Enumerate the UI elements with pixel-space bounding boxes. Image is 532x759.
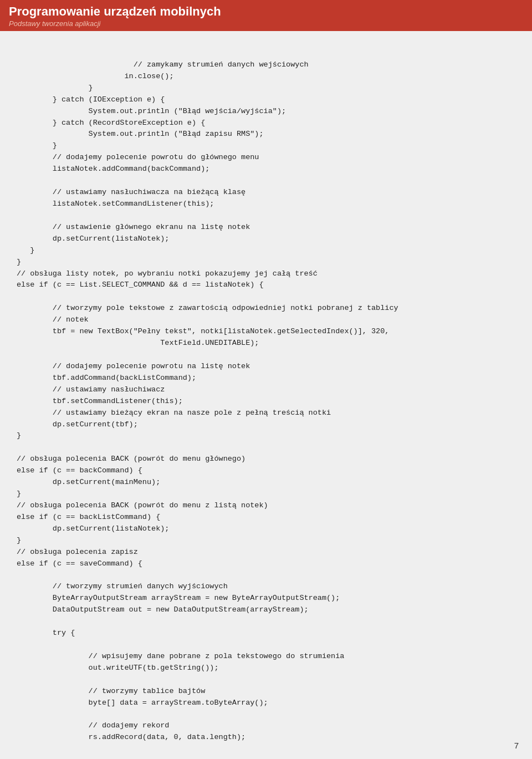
code-content: // zamykamy strumień danych wejściowych … — [17, 60, 398, 741]
code-block: // zamykamy strumień danych wejściowych … — [0, 31, 532, 759]
header-title: Programowanie urządzeń mobilnych — [9, 4, 523, 19]
header-subtitle: Podstawy tworzenia aplikacji — [9, 19, 523, 28]
page-header: Programowanie urządzeń mobilnych Podstaw… — [0, 0, 532, 31]
page-number: 7 — [514, 741, 519, 750]
